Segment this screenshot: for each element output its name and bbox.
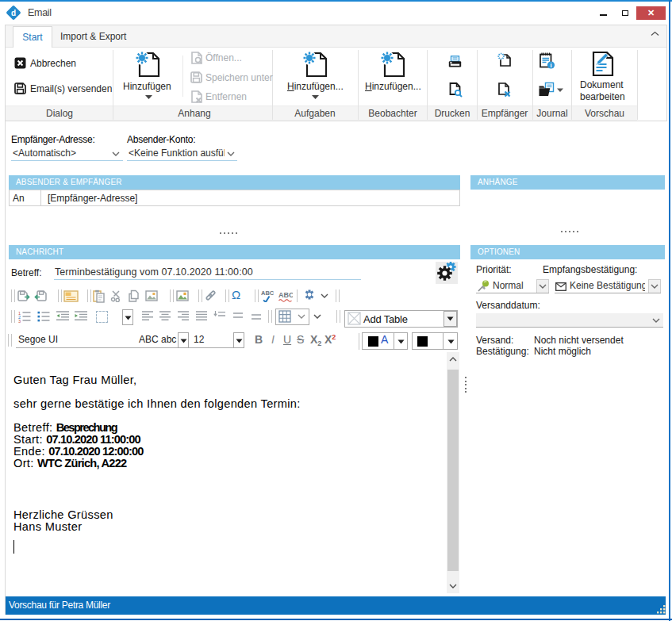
svg-text:i: i [550, 62, 551, 69]
svg-text:ABC: ABC [278, 291, 293, 299]
svg-text:ABC: ABC [261, 289, 275, 297]
svg-text:3: 3 [18, 319, 21, 324]
svg-text:d: d [11, 9, 16, 17]
